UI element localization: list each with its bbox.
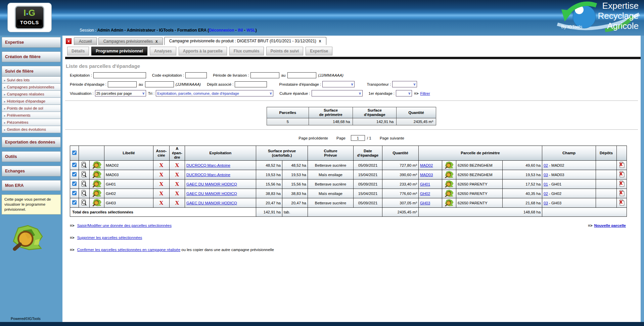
sidebar-item-mon-era[interactable]: Mon ERA	[2, 180, 61, 191]
row-checkbox[interactable]	[72, 191, 77, 195]
detail-magnifier-icon[interactable]	[81, 180, 87, 188]
row-checkbox[interactable]	[72, 181, 77, 186]
sidebar-item-echanges[interactable]: Echanges	[2, 166, 61, 176]
delete-row-icon[interactable]	[619, 190, 625, 197]
filtrer-link[interactable]: Filtrer	[420, 91, 430, 95]
champ-link[interactable]: 01	[544, 182, 548, 186]
close-all-tabs-button[interactable]: x	[66, 38, 72, 44]
map-icon[interactable]	[92, 161, 102, 169]
exploitation-link[interactable]: GAEC DU MANOIR HODICQ	[186, 201, 237, 205]
a-epandre-x-icon[interactable]: X	[175, 200, 179, 206]
tri-select[interactable]: Exploitation, parcelle, commune, date d'…	[156, 90, 273, 96]
tab-apports-parcelle[interactable]: Apports à la parcelle	[179, 47, 227, 55]
map-icon[interactable]	[92, 199, 102, 207]
ini-link[interactable]: INI	[238, 28, 243, 33]
delete-row-icon[interactable]	[619, 162, 625, 169]
select-all-checkbox[interactable]	[72, 151, 77, 155]
periode-epandage-fin-input[interactable]	[145, 81, 174, 87]
periode-livraison-fin-input[interactable]	[287, 72, 316, 78]
exploitation-link[interactable]: DUCROCQ Marc-Antoine	[186, 163, 230, 167]
sidebar-item-suivi-filiere[interactable]: Suivi de filière	[2, 66, 61, 77]
tab-accueil[interactable]: Accueil	[74, 37, 97, 45]
champ-link[interactable]: 03	[544, 173, 548, 177]
transporteur-select[interactable]: ∨	[392, 81, 417, 87]
associee-x-icon[interactable]: X	[159, 181, 163, 187]
culture-epandue-select[interactable]: ∨	[312, 90, 363, 96]
map-icon[interactable]	[445, 180, 454, 188]
detail-magnifier-icon[interactable]	[81, 162, 87, 169]
sidebar-item-campagnes-realisees[interactable]: ▸Campagnes réalisées	[2, 91, 61, 98]
exploitation-input[interactable]	[93, 72, 146, 78]
sidebar-item-suivi-des-lots[interactable]: ▸Suivi des lots	[2, 77, 61, 84]
a-epandre-x-icon[interactable]: X	[175, 162, 179, 168]
a-epandre-x-icon[interactable]: X	[175, 171, 179, 178]
map-icon[interactable]	[445, 161, 454, 169]
sidebar-item-piezometres[interactable]: ▸Piézomètres	[2, 119, 61, 126]
sidebar-item-points-suivi-sol[interactable]: ▸Points de suivi de sol	[2, 105, 61, 112]
sidebar-item-gestion-evolutions[interactable]: ▸Gestion des évolutions	[2, 126, 61, 133]
associee-x-icon[interactable]: X	[159, 190, 163, 197]
delete-row-icon[interactable]	[619, 199, 625, 206]
tab-campagnes-previsionnelles[interactable]: Campagnes prévisionnellesx	[98, 37, 163, 45]
map-icon[interactable]	[445, 190, 454, 198]
modifier-donnee-link[interactable]: Saisir/Modifier une donnée des parcelles…	[77, 223, 172, 228]
associee-x-icon[interactable]: X	[159, 162, 163, 168]
supprimer-parcelles-link[interactable]: Supprimer les parcelles sélectionnées	[77, 236, 142, 240]
page-precedente-button[interactable]: Page précédente	[298, 136, 328, 140]
detail-magnifier-icon[interactable]	[81, 190, 87, 197]
champ-link[interactable]: 03	[544, 201, 548, 205]
prestataire-select[interactable]: ∨	[322, 81, 355, 87]
confirmer-parcelles-link[interactable]: Confirmer les parcelles sélectionnées en…	[77, 248, 180, 252]
sidebar-item-outils[interactable]: Outils	[2, 151, 61, 162]
visualisation-select[interactable]: 25 parcelles par page∨	[95, 90, 146, 96]
depot-associe-input[interactable]	[235, 81, 267, 87]
periode-epandage-debut-input[interactable]	[108, 81, 137, 87]
sidebar-item-historique-epandage[interactable]: ▸Historique d'épandage	[2, 98, 61, 105]
a-epandre-x-icon[interactable]: X	[175, 181, 179, 187]
row-checkbox[interactable]	[72, 163, 77, 167]
page-number-input[interactable]	[351, 135, 365, 141]
champ-link[interactable]: 02	[544, 163, 548, 167]
exploitation-link[interactable]: GAEC DU MANOIR HODICQ	[186, 182, 237, 186]
tab-details[interactable]: Détails	[67, 47, 89, 55]
map-icon[interactable]	[92, 170, 102, 179]
parcelle-link[interactable]: MAD02	[420, 163, 433, 167]
row-checkbox[interactable]	[72, 200, 77, 205]
wsl-link[interactable]: WSL	[246, 28, 256, 33]
periode-livraison-debut-input[interactable]	[250, 72, 279, 78]
map-icon[interactable]	[92, 189, 102, 198]
close-tab-icon[interactable]: x	[155, 39, 158, 44]
logout-link[interactable]: Déconnexion	[209, 28, 234, 33]
detail-magnifier-icon[interactable]	[81, 199, 87, 207]
parcelle-link[interactable]: GH01	[420, 182, 430, 186]
parcelle-link[interactable]: MAD03	[420, 173, 433, 177]
exploitation-link[interactable]: GAEC DU MANOIR HODICQ	[186, 192, 237, 196]
tab-programme-previsionnel[interactable]: Programme prévisionnel	[91, 47, 147, 55]
champ-link[interactable]: 02	[544, 192, 548, 196]
parcelle-link[interactable]: GH02	[420, 192, 430, 196]
parcelle-link[interactable]: GH03	[420, 201, 430, 205]
exploitation-link[interactable]: DUCROCQ Marc-Antoine	[186, 173, 230, 177]
associee-x-icon[interactable]: X	[159, 200, 163, 206]
tab-points-de-suivi[interactable]: Points de suivi	[266, 47, 304, 55]
sidebar-item-campagnes-previsionnelles[interactable]: ▸Campagnes prévisionnelles	[2, 84, 61, 91]
tab-flux-cumules[interactable]: Flux cumulés	[229, 47, 264, 55]
map-icon[interactable]	[445, 199, 454, 207]
sidebar-item-prelevements[interactable]: ▸Prélèvements	[2, 112, 61, 119]
map-icon[interactable]	[92, 180, 102, 188]
map-icon[interactable]	[445, 171, 454, 179]
code-exploitation-input[interactable]	[185, 72, 207, 78]
nouvelle-parcelle-link[interactable]: Nouvelle parcelle	[594, 223, 626, 228]
associee-x-icon[interactable]: X	[159, 171, 163, 178]
row-checkbox[interactable]	[72, 172, 77, 176]
tab-expertise[interactable]: Expertise	[306, 47, 332, 55]
tab-analyses[interactable]: Analyses	[150, 47, 176, 55]
a-epandre-x-icon[interactable]: X	[175, 190, 179, 197]
sidebar-item-creation-filiere[interactable]: Création de filière	[2, 51, 61, 62]
detail-magnifier-icon[interactable]	[81, 171, 87, 178]
premier-epandage-select[interactable]: ∨	[396, 90, 412, 96]
sidebar-item-expertise[interactable]: Expertise	[2, 37, 61, 48]
delete-row-icon[interactable]	[619, 180, 625, 188]
close-tab-icon[interactable]: x	[319, 39, 321, 43]
page-suivante-button[interactable]: Page suivante	[380, 136, 404, 140]
